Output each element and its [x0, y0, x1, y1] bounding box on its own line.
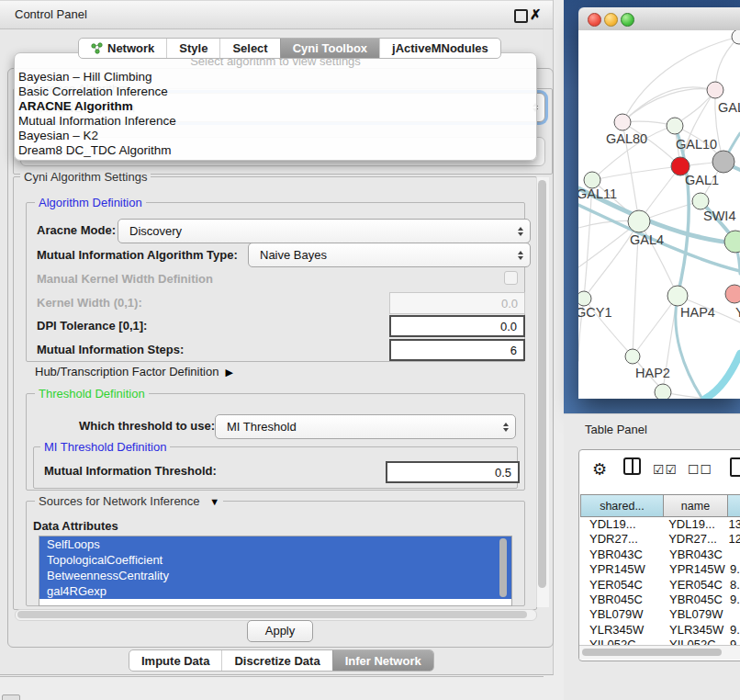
mi-type-combo[interactable]: Naive Bayes [248, 243, 531, 267]
network-node-hap2[interactable] [625, 349, 640, 364]
network-window-titlebar[interactable] [578, 7, 740, 31]
network-node[interactable] [712, 151, 734, 173]
table-row[interactable]: YBR043CYBR043C [580, 548, 740, 562]
table-cell [725, 548, 740, 562]
table-hscrollbar-thumb[interactable] [582, 649, 722, 656]
column-header[interactable] [728, 494, 740, 517]
network-node[interactable] [655, 384, 671, 399]
data-attribute-item[interactable]: TopologicalCoefficient [39, 552, 511, 568]
deselect-all-checkboxes-icon[interactable]: ☐☐ [688, 457, 712, 481]
column-view-icon[interactable] [623, 457, 641, 475]
tab-style[interactable]: Style [166, 39, 219, 58]
settings-scrollbar-thumb[interactable] [538, 180, 546, 588]
table-hscrollbar-track[interactable] [579, 645, 740, 660]
tab-jactivemnodules[interactable]: jActiveMNodules [379, 39, 500, 58]
network-icon [91, 42, 103, 54]
network-edge[interactable] [715, 37, 739, 90]
combo-arrows-icon [518, 251, 523, 260]
export-table-icon[interactable] [730, 457, 740, 477]
algorithm-option[interactable]: Bayesian – K2 [15, 129, 536, 143]
algorithm-option[interactable]: Mutual Information Inference [15, 114, 536, 129]
algorithm-option[interactable]: Dream8 DC_TDC Algorithm [15, 143, 536, 158]
dpi-tolerance-field[interactable]: 0.0 [389, 315, 525, 337]
network-canvas[interactable]: GALGAL80GAL10GAL1GAL11SWI4GAL4GCY1HAP4YH… [578, 30, 740, 399]
table-cell: YER054C [580, 578, 662, 593]
table-container: ⚙ ☑☑ ☐☐ shared...name YDL19...YDL19...13… [578, 449, 740, 661]
sources-group-label: Sources for Network Inference [39, 494, 200, 508]
table-cell [725, 607, 740, 622]
which-threshold-combo[interactable]: MI Threshold [215, 414, 516, 439]
network-node-gcy1[interactable] [578, 291, 591, 306]
table-cell: 13 [724, 517, 740, 532]
node-label: HAP4 [680, 305, 715, 320]
data-attribute-item[interactable]: gal4RGexp [39, 583, 511, 599]
expand-arrow-icon: ▼ [209, 496, 219, 507]
tab-label: Select [232, 41, 267, 55]
network-node[interactable] [724, 231, 740, 253]
network-node-gal80[interactable] [614, 114, 631, 130]
network-edge[interactable] [622, 87, 715, 122]
close-icon[interactable]: ✗ [530, 6, 542, 24]
table-cell: YLR345W [662, 623, 725, 638]
network-node-swi4[interactable] [692, 193, 709, 209]
network-node-y[interactable] [725, 285, 740, 303]
network-node[interactable] [732, 30, 740, 44]
top-tab-bar: NetworkStyleSelectCyni ToolboxjActiveMNo… [78, 38, 501, 59]
aracne-mode-combo[interactable]: Discovery [118, 219, 531, 243]
mi-type-value: Naive Bayes [260, 248, 327, 262]
network-node-gal10[interactable] [667, 118, 683, 134]
table-row[interactable]: YLR345WYLR345W9. [580, 623, 740, 638]
network-edge[interactable] [633, 296, 678, 356]
data-attribute-item[interactable]: SelfLoops [39, 536, 511, 552]
gear-icon[interactable]: ⚙ [592, 457, 607, 481]
kernel-width-field[interactable]: 0.0 [389, 292, 525, 314]
tab-infer-network[interactable]: Infer Network [332, 650, 433, 671]
settings-hscrollbar-thumb[interactable] [17, 611, 527, 618]
table-row[interactable]: YER054CYER054C8. [580, 578, 740, 593]
column-header[interactable]: shared... [580, 494, 664, 517]
minimize-traffic-light-icon[interactable] [604, 13, 618, 27]
tab-impute-data[interactable]: Impute Data [129, 650, 221, 671]
bottom-left-mini-button[interactable] [2, 694, 20, 700]
table-cell: YBR043C [580, 548, 662, 562]
zoom-traffic-light-icon[interactable] [621, 13, 634, 27]
table-row[interactable]: YDL19...YDL19...13 [580, 517, 740, 532]
network-edge[interactable] [680, 90, 715, 166]
network-node-gal[interactable] [707, 82, 723, 98]
table-panel-title: Table Panel [585, 423, 647, 436]
bottom-tab-bar: Impute DataDiscretize DataInfer Network [129, 649, 434, 672]
network-node-hap4[interactable] [667, 286, 688, 306]
mi-steps-field[interactable]: 6 [389, 339, 525, 361]
node-label: GAL1 [685, 173, 719, 187]
data-attributes-list: SelfLoopsTopologicalCoefficientBetweenne… [39, 536, 512, 606]
algorithm-option[interactable]: ARACNE Algorithm [15, 99, 536, 114]
tab-select[interactable]: Select [219, 39, 279, 58]
node-label: SWI4 [703, 209, 735, 223]
tab-label: Style [179, 41, 207, 55]
apply-button[interactable]: Apply [247, 620, 313, 642]
table-row[interactable]: YPR145WYPR145W9. [580, 562, 740, 577]
column-header[interactable]: name [664, 494, 728, 517]
manual-kernel-checkbox[interactable] [504, 271, 518, 285]
select-all-checkboxes-icon[interactable]: ☑☑ [653, 457, 678, 481]
control-panel-window: Control Panel ✗ NetworkStyleSelectCyni T… [0, 0, 554, 675]
hub-tf-definition-toggle[interactable]: Hub/Transcription Factor Definition▶ [35, 365, 233, 378]
sources-group-title[interactable]: Sources for Network Inference ▼ [35, 494, 223, 508]
algorithm-option[interactable]: Basic Correlation Inference [15, 85, 536, 99]
tab-label: Impute Data [141, 654, 209, 668]
attributes-list-scrollbar-thumb[interactable] [499, 538, 507, 597]
table-row[interactable]: YBR045CYBR045C9. [580, 593, 740, 607]
algorithm-option[interactable]: Bayesian – Hill Climbing [15, 70, 536, 85]
table-row[interactable]: YBL079WYBL079W [580, 607, 740, 622]
mi-threshold-field[interactable]: 0.5 [386, 461, 520, 483]
network-node-gal4[interactable] [628, 210, 650, 232]
network-edge[interactable] [705, 354, 740, 399]
table-row[interactable]: YIL052CYIL052C9. [580, 638, 740, 645]
tab-discretize-data[interactable]: Discretize Data [221, 650, 331, 671]
data-attribute-item[interactable]: BetweennessCentrality [39, 568, 511, 583]
close-traffic-light-icon[interactable] [588, 13, 601, 27]
tab-network[interactable]: Network [79, 39, 166, 58]
table-row[interactable]: YDR27...YDR27...12 [580, 532, 740, 547]
float-window-icon[interactable] [514, 9, 528, 23]
tab-cyni-toolbox[interactable]: Cyni Toolbox [280, 39, 379, 58]
